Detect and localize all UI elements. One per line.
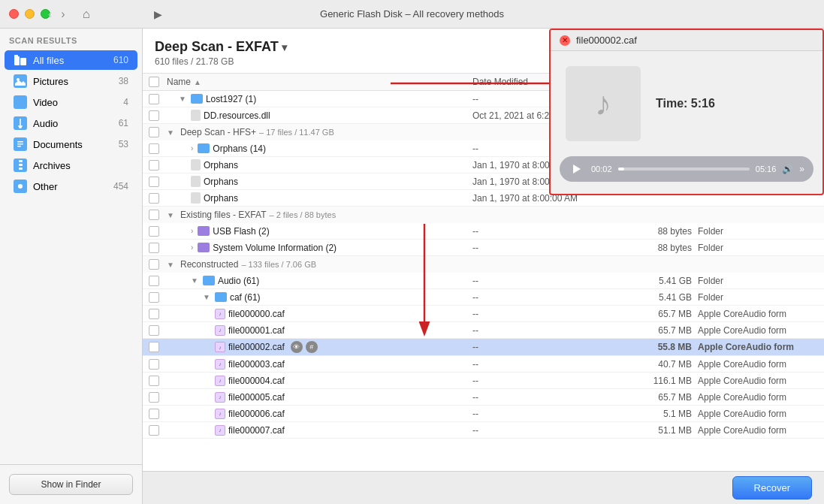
checkbox[interactable] [149, 276, 159, 286]
sidebar-item-video[interactable]: Video 4 [5, 92, 137, 112]
row-checkbox[interactable] [149, 309, 167, 319]
row-checkbox[interactable] [149, 226, 167, 237]
skip-button[interactable]: » [799, 164, 804, 174]
checkbox[interactable] [149, 127, 159, 137]
home-button[interactable]: ⌂ [83, 8, 90, 21]
sidebar-item-all-files[interactable]: All files 610 [5, 50, 137, 70]
row-checkbox[interactable] [149, 392, 167, 403]
row-checkbox[interactable] [149, 259, 167, 270]
scan-dropdown-arrow[interactable]: ▾ [282, 41, 287, 53]
folder-icon [198, 143, 210, 153]
expand-icon[interactable]: ▼ [179, 95, 186, 103]
row-checkbox[interactable] [149, 376, 167, 386]
row-name: Orphans [167, 176, 472, 187]
checkbox[interactable] [149, 177, 159, 187]
table-row[interactable]: ♪ file000003.caf -- 40.7 MB Apple CoreAu… [143, 356, 824, 373]
recover-button[interactable]: Recover [732, 476, 812, 499]
sidebar-item-audio[interactable]: Audio 61 [5, 113, 137, 133]
expand-icon[interactable]: › [191, 243, 193, 252]
table-row[interactable]: › USB Flash (2) -- 88 bytes Folder [143, 223, 824, 240]
back-button[interactable]: ‹ [45, 6, 55, 23]
row-checkbox[interactable] [149, 276, 167, 286]
play-button[interactable] [569, 161, 585, 177]
header-name-col[interactable]: Name ▲ [167, 77, 472, 87]
row-checkbox[interactable] [149, 193, 167, 204]
table-row[interactable]: ▼ caf (61) -- 5.41 GB Folder [143, 289, 824, 306]
table-row[interactable]: ♪ file000005.caf -- 65.7 MB Apple CoreAu… [143, 389, 824, 406]
row-checkbox[interactable] [149, 94, 167, 104]
table-row[interactable]: ♪ file000001.caf -- 65.7 MB Apple CoreAu… [143, 322, 824, 339]
row-name: › Orphans (14) [167, 143, 472, 154]
checkbox[interactable] [149, 342, 159, 352]
row-name: ♪ file000003.caf [167, 359, 472, 370]
row-checkbox[interactable] [149, 127, 167, 137]
section-toggle[interactable]: ▼ [167, 128, 177, 137]
checkbox[interactable] [149, 210, 159, 220]
preview-icon[interactable]: 👁 [291, 341, 303, 353]
row-checkbox[interactable] [149, 110, 167, 121]
section-toggle[interactable]: ▼ [167, 211, 177, 219]
expand-icon[interactable]: › [191, 227, 193, 235]
sidebar-item-archives[interactable]: Archives [5, 155, 137, 175]
checkbox[interactable] [149, 359, 159, 370]
row-name: ♪ file000006.caf [167, 409, 472, 419]
expand-icon[interactable]: ▼ [191, 276, 198, 285]
scan-button[interactable]: ▶ [154, 8, 162, 20]
table-row[interactable]: › System Volume Information (2) -- 88 by… [143, 240, 824, 256]
row-checkbox[interactable] [149, 143, 167, 154]
checkbox[interactable] [149, 409, 159, 419]
checkbox[interactable] [149, 325, 159, 336]
checkbox[interactable] [149, 259, 159, 270]
checkbox[interactable] [149, 376, 159, 386]
volume-button[interactable]: 🔊 [782, 164, 793, 174]
table-row-file000002[interactable]: ♪ file000002.caf 👁 # -- 55.8 MB Apple Co… [143, 339, 824, 356]
row-type: Folder [698, 226, 818, 237]
row-checkbox[interactable] [149, 409, 167, 419]
sidebar-item-other[interactable]: Other 454 [5, 177, 137, 196]
preview-close-button[interactable]: ✕ [560, 35, 570, 46]
row-checkbox[interactable] [149, 325, 167, 336]
checkbox[interactable] [149, 392, 159, 403]
progress-bar[interactable] [618, 167, 750, 171]
row-checkbox[interactable] [149, 160, 167, 171]
hash-icon[interactable]: # [306, 341, 318, 353]
table-row[interactable]: ♪ file000007.caf -- 51.1 MB Apple CoreAu… [143, 422, 824, 439]
audio-player[interactable]: 00:02 05:16 🔊 » [560, 156, 813, 182]
checkbox[interactable] [149, 160, 159, 171]
expand-icon[interactable]: ▼ [203, 293, 210, 301]
checkbox[interactable] [149, 143, 159, 154]
row-checkbox[interactable] [149, 243, 167, 253]
expand-icon[interactable]: › [191, 144, 193, 152]
checkbox[interactable] [149, 425, 159, 436]
row-type: Apple CoreAudio form [698, 309, 818, 319]
row-checkbox[interactable] [149, 210, 167, 220]
row-checkbox[interactable] [149, 342, 167, 352]
checkbox[interactable] [149, 226, 159, 237]
checkbox[interactable] [149, 309, 159, 319]
table-row[interactable]: ♪ file000000.caf -- 65.7 MB Apple CoreAu… [143, 306, 824, 322]
section-toggle[interactable]: ▼ [167, 261, 177, 269]
table-row[interactable]: ♪ file000006.caf -- 5.1 MB Apple CoreAud… [143, 406, 824, 422]
select-all-checkbox[interactable] [149, 77, 159, 87]
row-checkbox[interactable] [149, 359, 167, 370]
checkbox[interactable] [149, 193, 159, 204]
checkbox[interactable] [149, 94, 159, 104]
table-row[interactable]: ♪ file000004.caf -- 116.1 MB Apple CoreA… [143, 373, 824, 389]
close-button[interactable] [9, 9, 19, 19]
sidebar-item-documents[interactable]: Documents 53 [5, 134, 137, 154]
checkbox[interactable] [149, 243, 159, 253]
row-checkbox[interactable] [149, 292, 167, 303]
row-checkbox[interactable] [149, 177, 167, 187]
row-checkbox[interactable] [149, 425, 167, 436]
checkbox[interactable] [149, 110, 159, 121]
caf-icon: ♪ [215, 309, 225, 319]
file-icon [191, 110, 201, 121]
minimize-button[interactable] [25, 9, 35, 19]
window-controls [9, 9, 50, 19]
table-row[interactable]: ▼ Audio (61) -- 5.41 GB Folder [143, 273, 824, 289]
sidebar-item-pictures[interactable]: Pictures 38 [5, 71, 137, 91]
forward-button[interactable]: › [58, 6, 68, 23]
preview-info: Time: 5:16 [656, 97, 715, 110]
checkbox[interactable] [149, 292, 159, 303]
show-in-finder-button[interactable]: Show in Finder [9, 474, 133, 495]
